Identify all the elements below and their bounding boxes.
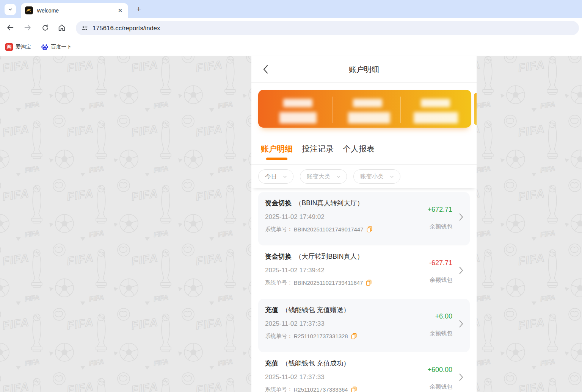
filter-minor-category-dropdown[interactable]: 账变小类 (353, 169, 400, 184)
reload-button[interactable] (39, 21, 52, 34)
report-tabs: 账户明细 投注记录 个人报表 (251, 133, 477, 165)
forward-button[interactable] (21, 21, 34, 34)
balance-card-section (251, 83, 477, 133)
chevron-down-icon (336, 174, 341, 179)
copy-icon[interactable] (351, 386, 357, 392)
url-text[interactable]: 175616.cc/reports/index (93, 25, 160, 32)
filter-date-dropdown[interactable]: 今日 (258, 169, 293, 184)
blurred-value-1 (279, 112, 317, 123)
transaction-row[interactable]: 资金切换（BBIN真人转到大厅） 2025-11-02 17:49:02 系统单… (258, 192, 470, 245)
back-button[interactable] (4, 21, 17, 34)
baidu-paw-icon: du (41, 43, 49, 51)
browser-tab[interactable]: Welcome ✕ (21, 3, 128, 18)
svg-text:du: du (43, 47, 46, 49)
wallet-label: 余额钱包 (429, 276, 452, 284)
amount: -627.71 (429, 259, 452, 267)
tab-bet-records[interactable]: 投注记录 (302, 133, 334, 164)
filter-major-category-dropdown[interactable]: 账变大类 (300, 169, 347, 184)
tab-search-button[interactable] (5, 4, 16, 15)
account-detail-panel: 账户明细 账户明细 投注记录 个人报表 今日 账变大类 账变小类 (251, 56, 477, 392)
card-divider (333, 97, 333, 123)
copy-icon[interactable] (366, 280, 372, 286)
address-bar[interactable]: 175616.cc/reports/index (76, 21, 579, 35)
chevron-right-icon[interactable] (459, 373, 463, 381)
blurred-label-3 (421, 99, 450, 107)
tab-account-detail[interactable]: 账户明细 (261, 133, 293, 164)
back-chevron-icon[interactable] (261, 64, 271, 74)
next-card-peek (474, 93, 477, 125)
transaction-row[interactable]: 资金切换（大厅转到BBIN真人） 2025-11-02 17:39:42 系统单… (258, 245, 470, 299)
amount: +600.00 (427, 366, 452, 374)
balance-summary-card[interactable] (258, 90, 471, 128)
tab-personal-report[interactable]: 个人报表 (343, 133, 375, 164)
tab-title: Welcome (37, 8, 117, 14)
taobao-icon: 淘 (5, 43, 13, 51)
site-favicon-icon (25, 6, 33, 14)
chevron-down-icon (8, 7, 13, 12)
blurred-label-2 (353, 99, 382, 107)
blurred-label-1 (283, 99, 312, 107)
transaction-list: 资金切换（BBIN真人转到大厅） 2025-11-02 17:49:02 系统单… (251, 188, 477, 392)
chevron-right-icon[interactable] (459, 320, 463, 328)
site-info-icon[interactable] (81, 25, 88, 32)
chevron-right-icon[interactable] (459, 213, 463, 221)
transaction-row[interactable]: 充值（钱能钱包 充值成功） 2025-11-02 17:37:33 系统单号： … (258, 352, 470, 392)
browser-tab-strip: Welcome ✕ + (0, 0, 582, 18)
page-header: 账户明细 (251, 56, 477, 83)
wallet-label: 余额钱包 (427, 383, 452, 390)
chevron-down-icon (282, 174, 287, 179)
bookmarks-bar: 淘 爱淘宝 du 百度一下 (0, 38, 582, 56)
blurred-value-3 (414, 112, 458, 123)
wallet-label: 余额钱包 (430, 330, 452, 337)
amount: +6.00 (430, 312, 452, 320)
blurred-value-2 (348, 112, 390, 123)
home-button[interactable] (55, 21, 68, 34)
chevron-right-icon[interactable] (459, 267, 463, 274)
bookmark-baidu[interactable]: du 百度一下 (41, 43, 72, 51)
filter-bar: 今日 账变大类 账变小类 (251, 165, 477, 188)
browser-toolbar: 175616.cc/reports/index (0, 18, 582, 38)
page-title: 账户明细 (251, 56, 477, 83)
transaction-row[interactable]: 充值（钱能钱包 充值赠送） 2025-11-02 17:37:33 系统单号： … (258, 299, 470, 352)
chevron-down-icon (389, 174, 394, 179)
wallet-label: 余额钱包 (427, 223, 452, 230)
card-divider (400, 97, 401, 123)
copy-icon[interactable] (351, 333, 357, 339)
new-tab-button[interactable]: + (133, 4, 144, 14)
bookmark-taobao[interactable]: 淘 爱淘宝 (5, 43, 31, 51)
copy-icon[interactable] (367, 226, 373, 233)
amount: +672.71 (427, 206, 452, 214)
close-tab-icon[interactable]: ✕ (117, 7, 124, 14)
